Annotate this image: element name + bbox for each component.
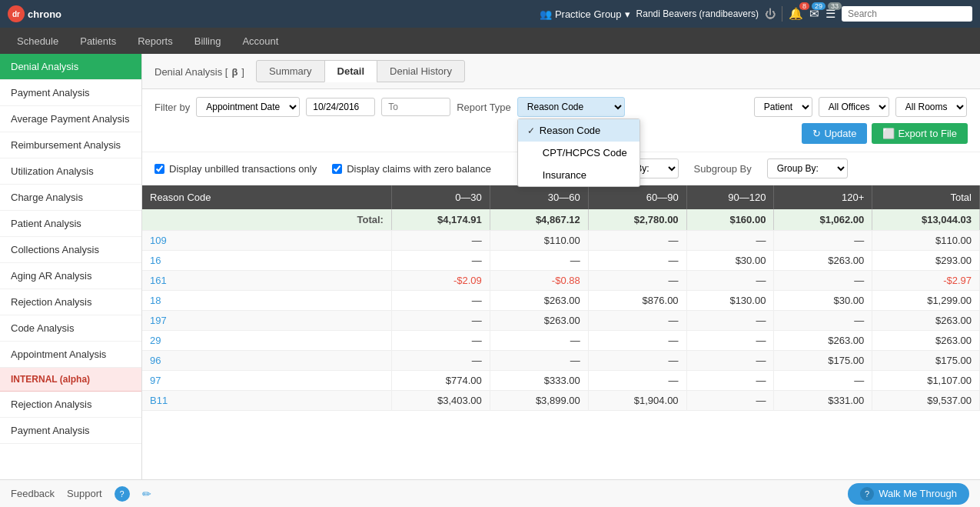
row-code[interactable]: 96 <box>142 351 391 371</box>
update-button[interactable]: ↻ Update <box>802 123 867 144</box>
row-0-30: $3,403.00 <box>391 391 490 411</box>
sidebar-item-denial-analysis[interactable]: Denial Analysis <box>0 54 141 80</box>
row-code[interactable]: B11 <box>142 391 391 411</box>
dropdown-item-insurance[interactable]: Insurance <box>518 164 639 186</box>
row-code[interactable]: 197 <box>142 311 391 331</box>
internal-section-label: INTERNAL (alpha) <box>0 368 141 392</box>
tab-summary[interactable]: Summary <box>256 60 325 82</box>
patient-select[interactable]: Patient <box>754 97 812 117</box>
nav-account[interactable]: Account <box>233 31 287 52</box>
main-nav: Schedule Patients Reports Billing Accoun… <box>0 28 980 54</box>
row-code[interactable]: 29 <box>142 331 391 351</box>
sidebar: Denial Analysis Payment Analysis Average… <box>0 54 142 507</box>
people-icon: 👥 <box>540 8 552 20</box>
tab-denial-history[interactable]: Denial History <box>377 60 465 82</box>
sidebar-item-collections[interactable]: Collections Analysis <box>0 237 141 263</box>
col-120-plus: 120+ <box>774 185 872 209</box>
row-90-120: — <box>686 351 774 371</box>
col-60-90: 60—90 <box>588 185 686 209</box>
subgroup-by-label: Subgroup By <box>694 163 752 175</box>
notifications-wrap[interactable]: 🔔 8 <box>789 7 803 21</box>
user-name: Randi Beavers (randibeavers) <box>636 8 759 19</box>
help-icon[interactable]: ? <box>115 486 130 502</box>
brand-name: chrono <box>28 8 61 20</box>
dropdown-item-reason-code[interactable]: ✓ Reason Code <box>518 119 639 142</box>
row-code[interactable]: 109 <box>142 231 391 251</box>
row-0-30: — <box>391 331 490 351</box>
feedback-link[interactable]: Feedback <box>11 488 55 499</box>
sidebar-item-rejection[interactable]: Rejection Analysis <box>0 289 141 315</box>
sidebar-item-aging-ar[interactable]: Aging AR Analysis <box>0 263 141 289</box>
export-icon: ⬜ <box>882 128 895 139</box>
sidebar-item-patient[interactable]: Patient Analysis <box>0 211 141 237</box>
date-to-input[interactable] <box>381 98 450 116</box>
nav-reports[interactable]: Reports <box>128 31 182 52</box>
sidebar-item-reimbursement[interactable]: Reimbursement Analysis <box>0 132 141 158</box>
messages-wrap[interactable]: ✉ 29 <box>809 7 819 21</box>
row-code[interactable]: 18 <box>142 291 391 311</box>
power-icon[interactable]: ⏻ <box>765 8 776 20</box>
filter-bar: Filter by Appointment Date Report Type R… <box>142 89 980 152</box>
dropdown-item-cpt[interactable]: CPT/HCPCS Code <box>518 142 639 164</box>
page-title: Denial Analysis [ β ] <box>154 63 244 79</box>
table-row: 16 — — — $30.00 $263.00 $293.00 <box>142 251 980 271</box>
unbilled-checkbox[interactable] <box>154 164 164 174</box>
row-90-120: $30.00 <box>686 251 774 271</box>
report-type-wrapper: Reason Code CPT/HCPCS Code Insurance ✓ R… <box>517 97 625 117</box>
row-90-120: — <box>686 311 774 331</box>
row-0-30: — <box>391 311 490 331</box>
zero-balance-checkbox[interactable] <box>332 164 342 174</box>
sidebar-item-internal-rejection[interactable]: Rejection Analysis <box>0 392 141 418</box>
offices-select[interactable]: All Offices <box>819 97 889 117</box>
support-link[interactable]: Support <box>67 488 102 499</box>
menu-wrap[interactable]: ☰ 33 <box>826 7 835 21</box>
sidebar-item-payment-analysis[interactable]: Payment Analysis <box>0 80 141 106</box>
tab-detail[interactable]: Detail <box>324 60 377 82</box>
table-row: 29 — — — — $263.00 $263.00 <box>142 331 980 351</box>
messages-badge: 29 <box>812 2 826 10</box>
page-header: Denial Analysis [ β ] Summary Detail Den… <box>142 54 980 89</box>
row-90-120: — <box>686 371 774 391</box>
edit-icon[interactable]: ✏ <box>142 488 151 500</box>
subgroup-by-select[interactable]: Group By: <box>767 158 848 178</box>
row-code[interactable]: 16 <box>142 251 391 271</box>
sidebar-item-internal-payment[interactable]: Payment Analysis <box>0 418 141 444</box>
report-type-dropdown: ✓ Reason Code CPT/HCPCS Code Insurance <box>517 118 640 187</box>
row-60-90: — <box>588 331 686 351</box>
sidebar-item-appointment[interactable]: Appointment Analysis <box>0 342 141 368</box>
nav-billing[interactable]: Billing <box>185 31 231 52</box>
table-header-row: Reason Code 0—30 30—60 60—90 90—120 120+… <box>142 185 980 209</box>
sidebar-item-charge[interactable]: Charge Analysis <box>0 185 141 211</box>
sidebar-item-code[interactable]: Code Analysis <box>0 315 141 342</box>
report-type-select[interactable]: Reason Code CPT/HCPCS Code Insurance <box>517 97 625 117</box>
row-30-60: — <box>490 351 588 371</box>
sidebar-item-utilization[interactable]: Utilization Analysis <box>0 158 141 185</box>
filter-by-select[interactable]: Appointment Date <box>196 97 300 117</box>
export-button[interactable]: ⬜ Export to File <box>872 123 968 144</box>
table-row: 96 — — — — $175.00 $175.00 <box>142 351 980 371</box>
nav-schedule[interactable]: Schedule <box>8 31 68 52</box>
logo: dr chrono <box>8 5 61 22</box>
row-30-60: $3,899.00 <box>490 391 588 411</box>
row-120: $263.00 <box>774 251 872 271</box>
col-reason-code: Reason Code <box>142 185 391 209</box>
search-input[interactable] <box>842 6 972 22</box>
nav-patients[interactable]: Patients <box>71 31 125 52</box>
practice-group-arrow: ▾ <box>625 8 630 20</box>
row-0-30: -$2.09 <box>391 271 490 291</box>
date-from-input[interactable] <box>306 98 375 116</box>
walk-me-button[interactable]: ? Walk Me Through <box>848 483 969 505</box>
top-bar-right: 👥 Practice Group ▾ Randi Beavers (randib… <box>540 6 972 22</box>
refresh-icon: ↻ <box>812 128 821 139</box>
table-body: Total: $4,174.91 $4,867.12 $2,780.00 $16… <box>142 209 980 411</box>
rooms-select[interactable]: All Rooms <box>895 97 967 117</box>
row-code[interactable]: 97 <box>142 371 391 391</box>
row-code[interactable]: 161 <box>142 271 391 291</box>
sidebar-item-average-payment[interactable]: Average Payment Analysis <box>0 106 141 132</box>
table-total-row: Total: $4,174.91 $4,867.12 $2,780.00 $16… <box>142 209 980 231</box>
practice-group-button[interactable]: 👥 Practice Group ▾ <box>540 8 630 20</box>
total-30-60: $4,867.12 <box>490 209 588 231</box>
total-label: Total: <box>142 209 391 231</box>
row-120: — <box>774 271 872 291</box>
zero-balance-label: Display claims with zero balance <box>347 163 491 175</box>
